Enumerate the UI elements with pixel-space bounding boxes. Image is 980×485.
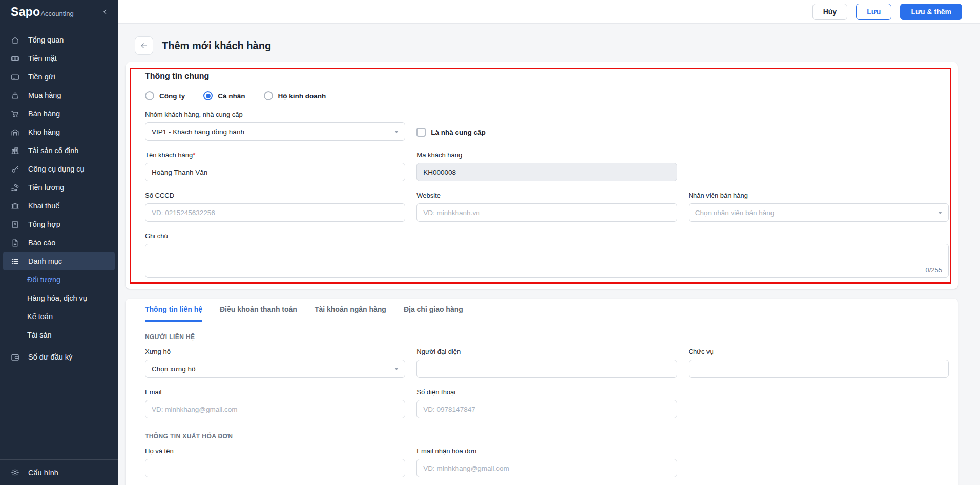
radio-icon[interactable] — [145, 91, 154, 100]
card-icon — [11, 73, 19, 81]
char-counter: 0/255 — [925, 266, 942, 274]
sidebar: Sapo Accounting Tổng quan Tiền mặt Tiền … — [0, 0, 118, 485]
radio-label: Công ty — [159, 92, 185, 100]
customer-name-input[interactable] — [145, 163, 405, 181]
building-icon — [11, 146, 19, 155]
warehouse-icon — [11, 128, 19, 137]
radio-icon[interactable] — [264, 91, 273, 100]
app-logo: Sapo Accounting — [11, 5, 99, 19]
field-email: Email — [145, 388, 405, 418]
app-root: Sapo Accounting Tổng quan Tiền mặt Tiền … — [0, 0, 980, 485]
sidebar-item-khai-thue[interactable]: Khai thuế — [3, 197, 115, 215]
sidebar-subitem-tai-san[interactable]: Tài sản — [0, 326, 118, 344]
radio-option-ca-nhan[interactable]: Cá nhân — [203, 91, 245, 100]
list-icon — [11, 257, 19, 266]
select-value: Chọn xưng hô — [152, 365, 196, 373]
field-customer-group: Nhóm khách hàng, nhà cung cấp VIP1 - Khá… — [145, 111, 405, 141]
sidebar-item-label: Khai thuế — [28, 202, 59, 210]
logo-suffix: Accounting — [40, 10, 73, 17]
sidebar-collapse-button[interactable] — [99, 6, 111, 17]
form-row-cccd-website-staff: Số CCCD Website Nhân viên bán hàng Chọn … — [145, 192, 949, 222]
field-customer-code: Mã khách hàng — [416, 151, 677, 181]
fullname-input[interactable] — [145, 459, 405, 477]
tab-dia-chi-giao-hang[interactable]: Địa chỉ giao hàng — [404, 299, 463, 322]
tab-tai-khoan-ngan-hang[interactable]: Tài khoản ngân hàng — [315, 299, 386, 322]
hand-coins-icon — [11, 183, 19, 192]
sidebar-item-tien-luong[interactable]: Tiền lương — [3, 178, 115, 197]
bank-icon — [11, 202, 19, 210]
sidebar-subitem-doi-tuong[interactable]: Đối tượng — [0, 270, 118, 289]
sidebar-item-tien-mat[interactable]: Tiền mặt — [3, 49, 115, 68]
page-title: Thêm mới khách hàng — [162, 40, 271, 52]
sidebar-item-label: Tiền lương — [28, 183, 64, 192]
sidebar-item-ban-hang[interactable]: Bán hàng — [3, 104, 115, 123]
radio-option-ho-kinh-doanh[interactable]: Hộ kinh doanh — [264, 91, 326, 100]
field-label: Họ và tên — [145, 447, 405, 455]
ledger-icon — [11, 220, 19, 229]
cancel-button[interactable]: Hủy — [812, 4, 847, 20]
is-supplier-checkbox-row[interactable]: Là nhà cung cấp — [416, 111, 677, 141]
sidebar-item-label: Báo cáo — [28, 239, 55, 247]
field-label: Nhân viên bán hàng — [689, 192, 949, 199]
sidebar-item-tong-quan[interactable]: Tổng quan — [3, 31, 115, 49]
email-input[interactable] — [145, 400, 405, 418]
invoice-email-input[interactable] — [416, 459, 677, 477]
customer-type-radio-group: Công ty Cá nhân Hộ kinh doanh — [145, 91, 949, 100]
sidebar-item-label: Số dư đầu kỳ — [28, 353, 72, 361]
required-asterisk: * — [193, 151, 195, 159]
note-textarea[interactable] — [145, 244, 948, 277]
save-and-add-button[interactable]: Lưu & thêm — [900, 4, 962, 20]
sidebar-item-label: Bán hàng — [28, 110, 60, 118]
page-title-row: Thêm mới khách hàng — [126, 36, 958, 55]
sidebar-subitem-hang-hoa-dich-vu[interactable]: Hàng hóa, dịch vụ — [0, 289, 118, 307]
sidebar-item-cau-hinh[interactable]: Cấu hình — [0, 459, 118, 485]
sidebar-item-danh-muc[interactable]: Danh mục — [3, 252, 115, 270]
topbar: Hủy Lưu Lưu & thêm — [118, 0, 980, 24]
sidebar-item-tai-san-co-dinh[interactable]: Tài sản cố định — [3, 141, 115, 160]
select-value: VIP1 - Khách hàng đồng hành — [152, 128, 244, 136]
tab-thong-tin-lien-he[interactable]: Thông tin liên hệ — [145, 299, 202, 322]
sales-staff-select[interactable]: Chọn nhân viên bán hàng — [689, 203, 949, 222]
sidebar-item-cong-cu-dung-cu[interactable]: Công cụ dụng cụ — [3, 160, 115, 178]
phone-input[interactable] — [416, 400, 677, 418]
sidebar-subitem-ke-toan[interactable]: Kế toán — [0, 307, 118, 326]
sidebar-item-label: Tiền gửi — [28, 73, 55, 81]
key-icon — [11, 165, 19, 174]
field-position: Chức vụ — [689, 348, 949, 378]
position-input[interactable] — [689, 360, 949, 378]
sidebar-item-label: Tổng hợp — [28, 220, 60, 228]
cccd-input[interactable] — [145, 203, 405, 222]
sidebar-item-mua-hang[interactable]: Mua hàng — [3, 86, 115, 104]
sidebar-item-kho-hang[interactable]: Kho hàng — [3, 123, 115, 141]
field-label: Email — [145, 388, 405, 396]
field-sales-staff: Nhân viên bán hàng Chọn nhân viên bán hà… — [689, 192, 949, 222]
form-row-group: Nhóm khách hàng, nhà cung cấp VIP1 - Khá… — [145, 111, 949, 141]
sidebar-item-tong-hop[interactable]: Tổng hợp — [3, 215, 115, 234]
form-row-salutation: Xưng hô Chọn xưng hô Người đại diện Chức… — [145, 348, 949, 378]
field-label: Chức vụ — [689, 348, 949, 355]
sidebar-item-so-du-dau-ky[interactable]: Số dư đầu kỳ — [3, 348, 115, 366]
field-representative: Người đại diện — [416, 348, 677, 378]
sidebar-item-label: Kho hàng — [28, 128, 60, 136]
customer-group-select[interactable]: VIP1 - Khách hàng đồng hành — [145, 122, 405, 141]
note-textarea-box: 0/255 — [145, 244, 949, 278]
website-input[interactable] — [416, 203, 677, 222]
tab-dieu-khoan-thanh-toan[interactable]: Điều khoản thanh toán — [220, 299, 297, 322]
save-button[interactable]: Lưu — [856, 4, 891, 20]
report-icon — [11, 239, 19, 247]
radio-option-cong-ty[interactable]: Công ty — [145, 91, 185, 100]
representative-input[interactable] — [416, 360, 677, 378]
back-button[interactable] — [135, 36, 153, 55]
general-section-title: Thông tin chung — [145, 72, 949, 81]
cart-icon — [11, 110, 19, 118]
checkbox-icon[interactable] — [416, 128, 426, 137]
wallet-icon — [11, 353, 19, 362]
home-icon — [11, 36, 19, 45]
sidebar-item-bao-cao[interactable]: Báo cáo — [3, 234, 115, 252]
sidebar-item-label: Danh mục — [28, 257, 62, 265]
sidebar-subitem-label: Kế toán — [27, 312, 53, 321]
radio-selected-icon[interactable] — [203, 91, 213, 100]
arrow-left-icon — [140, 41, 148, 50]
salutation-select[interactable]: Chọn xưng hô — [145, 360, 405, 378]
sidebar-item-tien-gui[interactable]: Tiền gửi — [3, 68, 115, 86]
